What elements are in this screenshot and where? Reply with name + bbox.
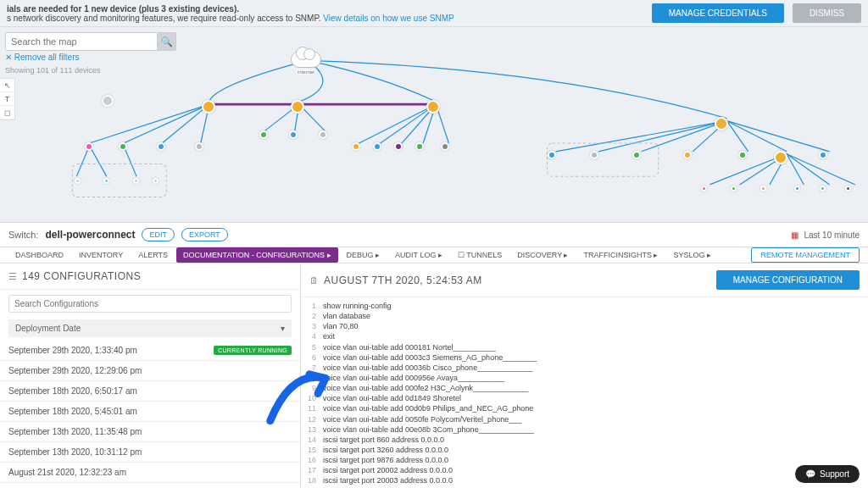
banner-title: ials are needed for 1 new device (plus 3… (7, 4, 239, 14)
tab-auditlog[interactable]: AUDIT LOG ▸ (388, 247, 449, 263)
dismiss-button[interactable]: DISMISS (793, 3, 861, 23)
topology-canvas: internet (42, 36, 864, 218)
export-button[interactable]: EXPORT (181, 228, 228, 241)
tab-documentation[interactable]: DOCUMENTATION - CONFIGURATIONS ▸ (176, 247, 338, 263)
tab-inventory[interactable]: INVENTORY (72, 247, 130, 263)
device-type-label: Switch: (8, 230, 38, 240)
tool-shape[interactable]: ◻ (0, 106, 14, 119)
tab-debug[interactable]: DEBUG ▸ (340, 247, 387, 263)
tab-discovery[interactable]: DISCOVERY ▸ (510, 247, 575, 263)
chat-icon: 💬 (805, 469, 815, 479)
configurations-list[interactable]: September 29th 2020, 1:33:40 pmCURRENTLY… (0, 341, 300, 488)
tab-syslog[interactable]: SYSLOG ▸ (666, 247, 718, 263)
deployment-date-header[interactable]: Deployment Date▾ (8, 319, 292, 337)
configuration-row[interactable]: August 21st 2020, 12:32:23 am (0, 463, 300, 483)
config-title: AUGUST 7TH 2020, 5:24:53 AM (324, 274, 482, 286)
configurations-title: 149 CONFIGURATIONS (22, 270, 141, 282)
configuration-row[interactable]: September 29th 2020, 12:29:06 pm (0, 361, 300, 381)
time-range[interactable]: Last 10 minute (804, 230, 860, 240)
map-tools: ↖ T ◻ (0, 78, 15, 120)
tab-trafficinsights[interactable]: TRAFFICINSIGHTS ▸ (576, 247, 665, 263)
device-header: Switch: dell-powerconnect EDIT EXPORT ▦ … (0, 222, 868, 247)
configuration-row[interactable]: September 29th 2020, 1:33:40 pmCURRENTLY… (0, 341, 300, 361)
support-button[interactable]: 💬 Support (795, 465, 860, 483)
remote-management-button[interactable]: REMOTE MANAGEMENT (751, 247, 860, 263)
time-range-icon: ▦ (791, 230, 798, 240)
banner-link[interactable]: View details on how we use SNMP (323, 14, 453, 23)
manage-credentials-button[interactable]: MANAGE CREDENTIALS (652, 3, 784, 23)
credentials-banner: ials are needed for 1 new device (plus 3… (0, 0, 868, 27)
calendar-icon: 🗓 (309, 275, 319, 286)
list-icon: ☰ (8, 271, 17, 282)
tab-tunnels[interactable]: ☐ TUNNELS (451, 247, 509, 263)
edit-button[interactable]: EDIT (142, 228, 175, 241)
banner-sub: s network discovery and monitoring featu… (7, 14, 321, 23)
manage-configuration-button[interactable]: MANAGE CONFIGURATION (716, 270, 860, 290)
configurations-search-input[interactable] (8, 295, 292, 313)
device-tabs: DASHBOARD INVENTORY ALERTS DOCUMENTATION… (0, 247, 868, 263)
tool-text[interactable]: T (0, 92, 14, 106)
svg-rect-2 (548, 143, 659, 176)
configuration-code[interactable]: 1show running-config2vlan database3vlan … (301, 297, 868, 488)
configuration-row[interactable]: September 13th 2020, 10:31:12 pm (0, 442, 300, 463)
configuration-row[interactable]: September 18th 2020, 5:45:01 am (0, 402, 300, 422)
configurations-panel: ☰ 149 CONFIGURATIONS Deployment Date▾ Se… (0, 263, 868, 488)
device-name: dell-powerconnect (45, 229, 135, 241)
chevron-down-icon: ▾ (281, 324, 285, 333)
tab-alerts[interactable]: ALERTS (131, 247, 175, 263)
network-map[interactable]: 🔍 ✕ Remove all filters Showing 101 of 11… (0, 27, 868, 222)
internet-cloud[interactable] (291, 51, 321, 68)
configuration-row[interactable]: August 18th 2020, 4:50:46 pm (0, 483, 300, 488)
tool-pointer[interactable]: ↖ (0, 79, 14, 92)
configuration-row[interactable]: September 18th 2020, 6:50:17 am (0, 381, 300, 402)
configuration-row[interactable]: September 13th 2020, 11:35:48 pm (0, 422, 300, 442)
tab-dashboard[interactable]: DASHBOARD (8, 247, 70, 263)
